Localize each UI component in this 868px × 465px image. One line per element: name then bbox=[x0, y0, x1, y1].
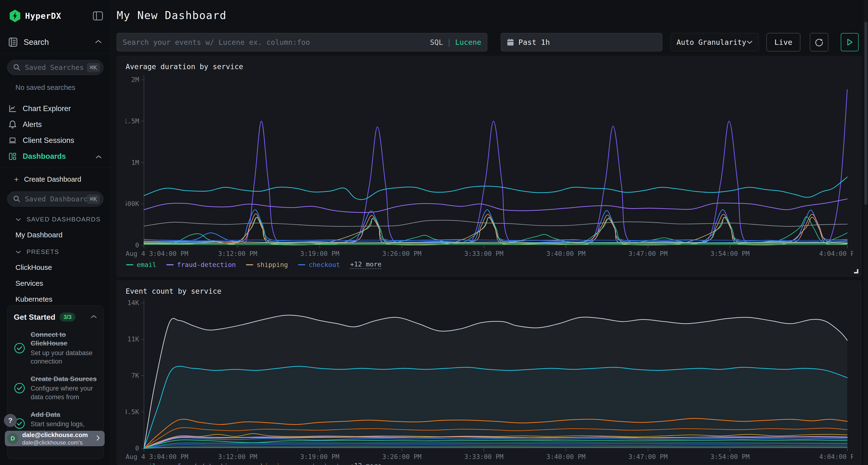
brand-name: HyperDX bbox=[25, 11, 61, 21]
legend-more-link[interactable]: +12 more bbox=[350, 261, 381, 269]
legend-swatch bbox=[246, 264, 253, 265]
create-dashboard-button[interactable]: + Create Dashboard bbox=[0, 172, 111, 187]
granularity-value: Auto Granularity bbox=[677, 38, 746, 46]
language-lucene-toggle[interactable]: Lucene bbox=[455, 38, 481, 46]
legend-item[interactable]: fraud-detection bbox=[166, 462, 236, 465]
legend-item[interactable]: checkout bbox=[298, 462, 340, 465]
svg-text:3:54:00 PM: 3:54:00 PM bbox=[710, 453, 750, 460]
saved-dashboards-group-header[interactable]: SAVED DASHBOARDS bbox=[16, 215, 111, 223]
sidebar-item-kubernetes[interactable]: Kubernetes bbox=[16, 295, 111, 303]
saved-searches-placeholder: Saved Searches bbox=[25, 63, 87, 72]
dashboard-controls: Search your events w/ Lucene ex. column:… bbox=[117, 33, 859, 51]
event-search-input[interactable]: Search your events w/ Lucene ex. column:… bbox=[117, 33, 487, 51]
chart-title[interactable]: Event count by service bbox=[126, 287, 221, 295]
avatar: D bbox=[7, 433, 18, 444]
sidebar-item-clickhouse[interactable]: ClickHouse bbox=[16, 263, 111, 271]
play-icon bbox=[846, 38, 853, 46]
legend-item[interactable]: shipping bbox=[246, 462, 288, 465]
saved-searches-shortcut: ⌘K bbox=[87, 63, 100, 72]
hyperdx-logo-icon bbox=[9, 10, 21, 22]
get-started-item-title: Connect to ClickHouse bbox=[31, 330, 97, 348]
user-email: dale@clickhouse.com bbox=[22, 431, 88, 439]
sidebar-item-chart-explorer[interactable]: Chart Explorer bbox=[0, 101, 111, 117]
help-button[interactable]: ? bbox=[4, 414, 17, 427]
panel-resize-handle[interactable] bbox=[852, 268, 858, 274]
run-query-button[interactable] bbox=[841, 33, 859, 51]
svg-text:3.5K: 3.5K bbox=[126, 408, 140, 416]
sidebar-item-dashboards[interactable]: Dashboards bbox=[0, 148, 111, 164]
chart-legend: emailfraud-detectionshippingcheckout+12 … bbox=[126, 261, 381, 269]
chart-explorer-icon bbox=[9, 105, 17, 113]
saved-dashboards-input[interactable]: Saved Dashboards ⌘K bbox=[7, 192, 103, 206]
sidebar-item-client-sessions[interactable]: Client Sessions bbox=[0, 133, 111, 148]
hyperdx-logo[interactable]: HyperDX bbox=[9, 10, 61, 22]
calendar-icon bbox=[507, 38, 514, 46]
svg-text:3:26:00 PM: 3:26:00 PM bbox=[382, 453, 422, 460]
svg-text:3:40:00 PM: 3:40:00 PM bbox=[546, 453, 586, 460]
get-started-item-sources[interactable]: Create Data Sources Configure where your… bbox=[14, 375, 97, 402]
get-started-title: Get Started bbox=[14, 313, 55, 322]
no-saved-searches-label: No saved searches bbox=[16, 84, 111, 92]
check-circle-icon bbox=[14, 383, 25, 394]
page-scrollbar[interactable] bbox=[864, 0, 868, 465]
chevron-up-icon bbox=[95, 39, 102, 45]
legend-item[interactable]: fraud-detection bbox=[166, 261, 236, 268]
svg-text:2M: 2M bbox=[131, 76, 139, 84]
svg-text:3:26:00 PM: 3:26:00 PM bbox=[382, 250, 422, 257]
refresh-icon bbox=[814, 38, 824, 47]
legend-item[interactable]: checkout bbox=[298, 261, 340, 268]
legend-item[interactable]: email bbox=[126, 462, 156, 465]
chart-title[interactable]: Average duration by service bbox=[126, 62, 243, 71]
dashboards-grid-icon bbox=[9, 152, 17, 161]
chart-legend: emailfraud-detectionshippingcheckout+12 … bbox=[126, 462, 381, 465]
time-range-value: Past 1h bbox=[518, 38, 550, 46]
chevron-down-icon bbox=[746, 40, 753, 44]
svg-text:3:12:00 PM: 3:12:00 PM bbox=[218, 453, 257, 460]
get-started-item-connect[interactable]: Connect to ClickHouse Set up your databa… bbox=[14, 330, 97, 366]
user-menu[interactable]: D dale@clickhouse.com dale@clickhouse.co… bbox=[5, 431, 105, 446]
create-dashboard-label: Create Dashboard bbox=[24, 175, 81, 184]
svg-text:7K: 7K bbox=[131, 372, 139, 379]
saved-dashboards-group-label: SAVED DASHBOARDS bbox=[27, 215, 100, 223]
plus-icon: + bbox=[14, 175, 19, 184]
sidebar-collapse-icon[interactable] bbox=[93, 11, 103, 21]
svg-text:Aug 4 3:04:00 PM: Aug 4 3:04:00 PM bbox=[126, 250, 188, 257]
svg-text:3:19:00 PM: 3:19:00 PM bbox=[300, 250, 340, 257]
granularity-select[interactable]: Auto Granularity bbox=[671, 33, 759, 51]
line-chart-event-count[interactable]: 03.5K7K11K14KAug 4 3:04:00 PM3:12:00 PM3… bbox=[126, 299, 853, 465]
svg-text:14K: 14K bbox=[127, 299, 140, 306]
sidebar-item-label: Chart Explorer bbox=[23, 104, 71, 113]
svg-text:3:54:00 PM: 3:54:00 PM bbox=[710, 250, 750, 257]
chevron-up-icon[interactable] bbox=[90, 315, 97, 320]
line-chart-average-duration[interactable]: 0500K1M1.5M2MAug 4 3:04:00 PM3:12:00 PM3… bbox=[126, 75, 853, 259]
sidebar-item-services[interactable]: Services bbox=[16, 279, 111, 288]
sidebar-item-label: Dashboards bbox=[23, 152, 66, 161]
saved-searches-input[interactable]: Saved Searches ⌘K bbox=[7, 60, 103, 75]
language-sql-toggle[interactable]: SQL bbox=[430, 38, 443, 46]
event-search-placeholder: Search your events w/ Lucene ex. column:… bbox=[123, 38, 430, 46]
svg-text:Aug 4 3:04:00 PM: Aug 4 3:04:00 PM bbox=[126, 453, 188, 460]
scrollbar-thumb[interactable] bbox=[864, 22, 867, 205]
live-button[interactable]: Live bbox=[767, 33, 800, 51]
sidebar-item-alerts[interactable]: Alerts bbox=[0, 117, 111, 133]
svg-text:3:19:00 PM: 3:19:00 PM bbox=[300, 453, 340, 460]
user-team: dale@clickhouse.com's bbox=[22, 439, 88, 446]
saved-dashboards-shortcut: ⌘K bbox=[87, 194, 100, 204]
bell-icon bbox=[9, 120, 17, 129]
sidebar-item-my-dashboard[interactable]: My Dashboard bbox=[16, 231, 111, 239]
legend-item[interactable]: shipping bbox=[246, 261, 288, 268]
language-divider: | bbox=[447, 38, 452, 46]
legend-more-link[interactable]: +12 more bbox=[350, 462, 381, 465]
svg-text:1.5M: 1.5M bbox=[126, 117, 139, 125]
svg-text:3:40:00 PM: 3:40:00 PM bbox=[546, 250, 586, 257]
presets-group-header[interactable]: PRESETS bbox=[16, 248, 111, 256]
time-range-picker[interactable]: Past 1h bbox=[501, 33, 662, 51]
sidebar: HyperDX Search Saved Searches ⌘K No save… bbox=[0, 0, 111, 465]
refresh-button[interactable] bbox=[810, 33, 828, 51]
sidebar-nav: Chart Explorer Alerts Client Sessions Da… bbox=[0, 101, 111, 164]
sidebar-item-label: Alerts bbox=[23, 120, 42, 129]
legend-item[interactable]: email bbox=[126, 261, 156, 268]
svg-text:3:33:00 PM: 3:33:00 PM bbox=[464, 453, 504, 460]
svg-text:1M: 1M bbox=[131, 159, 139, 166]
sidebar-section-search[interactable]: Search bbox=[0, 34, 111, 51]
